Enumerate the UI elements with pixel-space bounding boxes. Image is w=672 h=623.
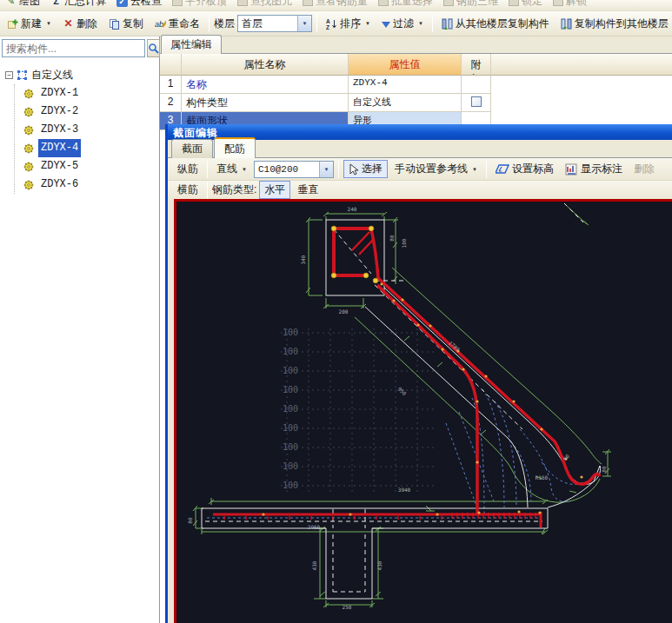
property-name: 构件类型 [182,94,349,112]
toolbar-separator [209,15,210,32]
svg-text:80: 80 [389,235,395,242]
svg-text:100: 100 [283,328,298,337]
chevron-down-icon[interactable]: ▼ [297,16,311,31]
svg-text:100: 100 [283,481,298,490]
floor-combobox-value: 首层 [238,17,297,31]
chevron-down-icon[interactable]: ▼ [319,162,333,177]
锁定-button: 锁定 [505,0,546,9]
svg-text:100: 100 [283,347,298,356]
header-attr-name: 属性名称 [182,54,349,76]
gear-icon [23,143,34,154]
attach-cell [462,76,491,94]
property-row-1[interactable]: 1名称ZDYX-4 [160,76,672,94]
批量选择-button: 批量选择 [375,0,436,9]
rebar-spec-value: C10@200 [255,164,314,175]
delete-button[interactable]: ✕ 删除 [58,14,102,34]
tree-item-label: ZDYX-4 [38,139,81,157]
search-icon [148,43,159,54]
new-button[interactable]: 新建▼ [3,14,56,34]
properties-tabstrip: 属性编辑 [160,36,672,54]
delete-rebar-button: 删除 [629,159,659,179]
rebar-toolbar-row2: 横筋 钢筋类型: 水平 垂直 [168,181,672,199]
tree-collapse-icon[interactable]: − [5,71,13,79]
tab-properties-edit[interactable]: 属性编辑 [161,35,222,54]
section-editor-dialog: 截面编辑 截面 配筋 纵筋 直线▼ C10@200 ▼ 选择 [165,124,672,623]
dimension-lines [193,207,611,607]
horizontal-option-button[interactable]: 水平 [259,181,290,199]
tree-item-label: ZDYX-6 [38,176,81,194]
svg-text:240: 240 [348,206,357,212]
toolbar-separator [432,15,433,32]
rebar-3d-icon [443,0,454,6]
property-value[interactable]: ZDYX-4 [349,76,462,94]
sort-button[interactable]: AZ 排序▼ [322,14,375,34]
chevron-down-icon: ▼ [418,21,423,26]
unlock-icon [553,0,563,6]
component-sidebar: − 自定义线 ZDYX-1ZDYX-2ZDYX-3ZDYX-4ZDYX-5ZDY… [0,36,160,623]
find-element-icon [237,0,248,6]
gear-icon [23,180,34,190]
section-drawing-canvas[interactable]: 100100100100100100100100100 [174,199,672,623]
lock-icon [509,0,519,6]
custom-line-icon [17,70,28,81]
manual-reference-line-dropdown[interactable]: 手动设置参考线▼ [390,159,482,179]
解锁-button: 解锁 [549,0,590,9]
tree-item-zdyx-6[interactable]: ZDYX-6 [15,176,159,194]
tree-item-label: ZDYX-1 [38,84,81,103]
select-tool-button[interactable]: 选择 [343,160,388,178]
dimension-labels: 2403402008010017809503940802960430430250… [187,206,607,610]
draw-icon: ✎ [5,0,17,7]
tree-root-custom-line[interactable]: − 自定义线 [5,66,159,84]
tree-item-zdyx-1[interactable]: ZDYX-1 [15,84,159,103]
new-icon [7,18,18,30]
batch-select-icon [378,0,389,6]
line-type-dropdown[interactable]: 直线▼ [212,159,251,179]
chevron-down-icon: ▼ [242,167,247,172]
汇总计算-button[interactable]: Σ汇总计算 [47,0,110,9]
gear-icon [23,107,34,117]
绘图-button[interactable]: ✎绘图 [2,0,43,9]
search-button[interactable] [147,39,160,57]
copy-from-floor-icon [442,18,453,30]
tab-section[interactable]: 截面 [171,139,213,158]
vertical-option-button[interactable]: 垂直 [293,180,323,200]
property-value[interactable]: 自定义线 [349,94,462,112]
chevron-down-icon: ▼ [46,21,51,26]
svg-text:430: 430 [376,560,383,570]
svg-text:100: 100 [283,404,298,414]
copy-to-floor-button[interactable]: 复制构件到其他楼层 [556,14,672,34]
toolbar-separator [316,15,317,32]
tree-item-zdyx-3[interactable]: ZDYX-3 [15,121,159,139]
header-attr-value: 属性值 [349,54,462,76]
tree-item-zdyx-4[interactable]: ZDYX-4 [15,139,159,157]
search-input[interactable] [2,39,145,57]
rename-button[interactable]: ab 重命名 [150,14,204,34]
property-row-2[interactable]: 2构件类型自定义线 [160,94,672,112]
header-corner [160,54,182,76]
copy-to-floor-icon [561,18,572,30]
set-elevation-button[interactable]: 设置标高 [491,159,558,179]
transverse-rebar-button[interactable]: 横筋 [173,180,203,200]
云检查-button[interactable]: ✓云检查 [113,0,165,9]
tab-rebar[interactable]: 配筋 [214,137,256,158]
copy-button[interactable]: 复制 [104,14,148,34]
svg-text:430: 430 [311,560,317,570]
tree-item-zdyx-2[interactable]: ZDYX-2 [15,103,159,121]
show-dimension-button[interactable]: 显示标注 [561,159,627,179]
tree-item-zdyx-5[interactable]: ZDYX-5 [15,157,159,176]
tree-item-label: ZDYX-3 [38,121,81,139]
gear-icon [23,162,34,172]
copy-from-floor-button[interactable]: 从其他楼层复制构件 [437,14,554,34]
floor-combobox[interactable]: 首层 ▼ [237,15,312,32]
rebar-spec-combobox[interactable]: C10@200 ▼ [254,161,334,178]
attach-cell[interactable] [462,94,491,112]
toolbar-separator [338,161,339,178]
property-name: 名称 [182,76,349,94]
attach-checkbox[interactable] [471,96,482,107]
svg-text:100: 100 [283,423,298,433]
钢筋三维-button: 钢筋三维 [440,0,502,9]
gear-icon [23,89,34,99]
gear-icon [23,125,34,136]
filter-button[interactable]: 过滤▼ [377,14,428,34]
longitudinal-rebar-button[interactable]: 纵筋 [173,159,203,179]
